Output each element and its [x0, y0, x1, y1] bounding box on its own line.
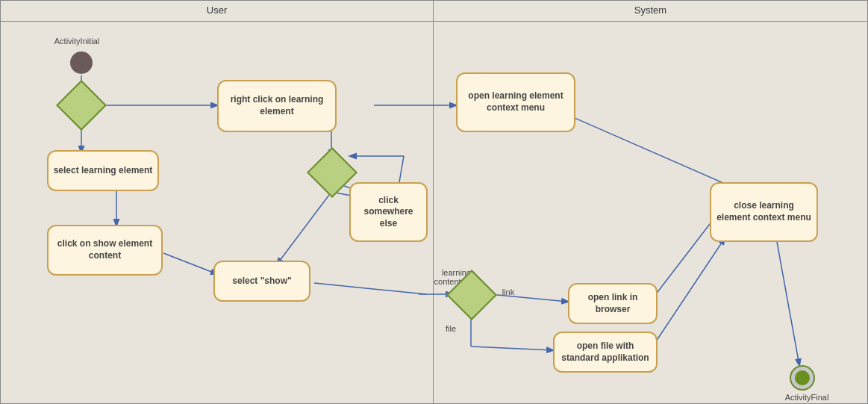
diagram-container: User System	[0, 0, 868, 404]
open-link-in-browser-box: open link in browser	[568, 283, 658, 324]
click-show-element-content-box: click on show element content	[47, 225, 163, 276]
activity-final-inner	[795, 370, 810, 385]
open-context-menu-box: open learning element context menu	[456, 72, 575, 132]
right-click-box: right click on learning element	[217, 80, 337, 132]
activity-initial-label: ActivityInitial	[47, 37, 107, 46]
link-label: link	[497, 288, 519, 296]
select-learning-element-box: select learning element	[47, 150, 159, 191]
diagram-body: ActivityInitial right click on learning …	[1, 22, 867, 404]
activity-final-node	[790, 365, 815, 391]
file-label: file	[440, 324, 462, 333]
activity-final-label: ActivityFinal	[777, 393, 837, 402]
select-show-box: select "show"	[213, 261, 310, 302]
swim-lane-header: User System	[1, 1, 867, 22]
open-file-box: open file with standard applikation	[553, 332, 658, 373]
system-lane-header: System	[434, 1, 867, 21]
activity-initial-node	[70, 52, 93, 74]
close-context-menu-box: close learning element context menu	[710, 182, 818, 242]
click-somewhere-else-box: click somewhere else	[349, 182, 428, 242]
user-lane-header: User	[1, 1, 434, 21]
